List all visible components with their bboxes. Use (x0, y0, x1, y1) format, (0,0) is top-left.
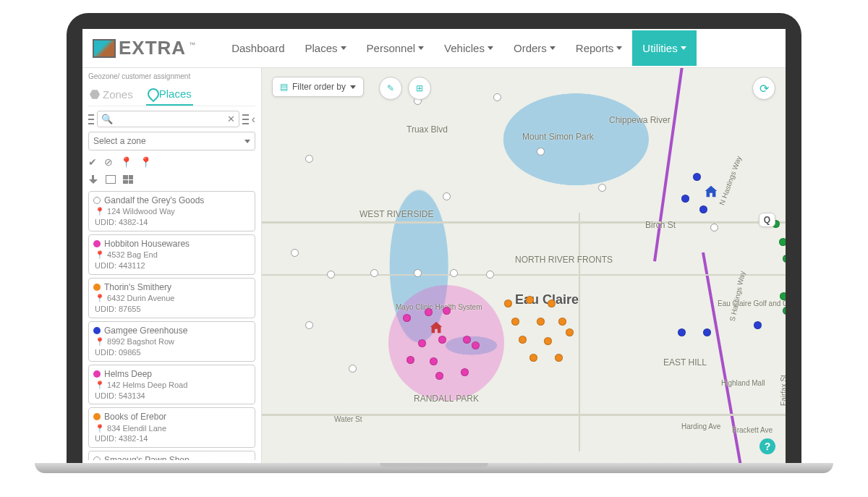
nav-label: Vehicles (444, 42, 485, 54)
map-marker[interactable] (511, 318, 519, 326)
map-marker[interactable] (463, 336, 471, 344)
search-input[interactable] (116, 114, 224, 124)
map-marker[interactable] (693, 173, 701, 181)
map[interactable]: Chippewa RiverMount Simon ParkTruax Blvd… (262, 68, 786, 464)
nav-dashboard[interactable]: Dashboard (221, 30, 294, 66)
place-address: 6432 Durin Avenue (107, 294, 174, 302)
map-marker[interactable] (435, 372, 443, 380)
map-marker[interactable] (519, 336, 527, 344)
nav-orders[interactable]: Orders (503, 30, 566, 66)
nav-label: Dashboard (231, 42, 284, 54)
cancel-circle-icon[interactable]: ⊘ (104, 156, 113, 168)
map-marker[interactable] (450, 269, 458, 277)
map-marker[interactable] (699, 205, 707, 213)
map-text-label: NORTH RIVER FRONTS (515, 255, 613, 265)
tab-zones[interactable]: Zones (88, 85, 135, 106)
map-marker[interactable] (504, 300, 512, 307)
map-marker[interactable] (526, 296, 534, 304)
map-marker[interactable] (779, 238, 786, 246)
map-marker[interactable] (438, 336, 446, 344)
map-marker[interactable] (430, 357, 438, 365)
place-card[interactable]: Smaoug's Pawn Shop (88, 451, 255, 460)
map-marker[interactable] (443, 192, 451, 200)
map-marker[interactable] (305, 321, 313, 329)
action-icons-row-1: ✔ ⊘ 📍 📍 (88, 155, 255, 169)
geozone-circle[interactable] (388, 285, 504, 401)
action-icons-row-2 (88, 174, 255, 187)
q-marker[interactable]: Q (759, 213, 775, 227)
map-marker[interactable] (418, 339, 426, 347)
map-marker[interactable] (566, 328, 574, 336)
grid-view-icon[interactable] (123, 175, 133, 184)
place-card[interactable]: Hobbiton Housewares📍 4532 Bag EndUDID: 4… (88, 234, 255, 275)
place-address: 8992 Bagshot Row (107, 337, 174, 346)
laptop-frame: EXTRA ™ DashboardPlacesPersonnelVehicles… (67, 13, 801, 464)
map-marker[interactable] (783, 307, 786, 315)
place-card[interactable]: Gamgee Greenhouse📍 8992 Bagshot RowUDID:… (88, 321, 255, 362)
map-marker[interactable] (681, 195, 689, 203)
download-icon[interactable] (88, 175, 98, 185)
map-marker[interactable] (443, 307, 451, 315)
nav-personnel[interactable]: Personnel (357, 30, 435, 66)
collapse-sidebar-icon[interactable]: ‹ (252, 113, 255, 126)
map-marker[interactable] (780, 292, 786, 300)
nav-utilities[interactable]: Utilities (632, 30, 696, 66)
edit-button[interactable]: ✎ (379, 77, 402, 100)
map-marker[interactable] (537, 318, 545, 326)
map-marker[interactable] (403, 314, 411, 322)
map-marker[interactable] (555, 354, 563, 362)
place-address: 124 Wildwood Way (107, 207, 175, 216)
brand-logo[interactable]: EXTRA ™ (88, 37, 200, 59)
nav-reports[interactable]: Reports (566, 30, 633, 66)
map-marker[interactable] (710, 224, 718, 231)
help-button[interactable]: ? (760, 438, 775, 454)
list-view-icon[interactable] (242, 114, 248, 124)
pin-alt-icon[interactable]: 📍 (140, 156, 152, 168)
map-marker[interactable] (529, 354, 537, 362)
check-circle-icon[interactable]: ✔ (88, 156, 97, 168)
map-marker[interactable] (370, 269, 378, 277)
chevron-down-icon (550, 46, 556, 50)
map-marker[interactable] (754, 321, 762, 329)
place-card[interactable]: Books of Erebor📍 834 Elendil LaneUDID: 4… (88, 407, 255, 448)
map-marker[interactable] (349, 365, 357, 373)
map-marker[interactable] (414, 269, 422, 277)
card-view-icon[interactable] (106, 175, 116, 184)
map-marker[interactable] (486, 271, 494, 279)
refresh-button[interactable]: ⟳ (752, 77, 775, 100)
menu-icon[interactable] (88, 114, 94, 124)
place-address: 142 Helms Deep Road (107, 381, 187, 389)
zone-select[interactable]: Select a zone (88, 132, 255, 150)
map-marker[interactable] (537, 148, 545, 156)
place-card[interactable]: Gandalf the Grey's Goods📍 124 Wildwood W… (88, 191, 255, 231)
map-marker[interactable] (783, 255, 786, 263)
map-marker[interactable] (407, 356, 414, 364)
map-marker[interactable] (425, 308, 433, 316)
map-marker[interactable] (305, 155, 313, 163)
nav-vehicles[interactable]: Vehicles (434, 30, 503, 66)
map-marker[interactable] (493, 93, 501, 101)
chevron-down-icon (418, 46, 424, 50)
place-card[interactable]: Thorin's Smithery📍 6432 Durin AvenueUDID… (88, 278, 255, 318)
sidebar-tabs: Zones Places (88, 85, 255, 106)
grid-button[interactable]: ⊞ (408, 77, 431, 100)
map-marker[interactable] (461, 368, 469, 376)
place-name: Thorin's Smithery (104, 281, 171, 293)
chevron-down-icon (681, 46, 686, 50)
clear-search-icon[interactable]: ✕ (227, 114, 235, 124)
filter-order-button[interactable]: ▤ Filter order by (272, 77, 364, 97)
map-marker[interactable] (548, 300, 556, 307)
map-marker[interactable] (327, 271, 335, 279)
map-marker[interactable] (544, 337, 552, 345)
pin-action-icon[interactable]: 📍 (120, 156, 132, 168)
place-udid: UDID: 09865 (93, 347, 250, 358)
map-marker[interactable] (598, 184, 606, 192)
map-marker[interactable] (472, 341, 480, 349)
map-marker[interactable] (703, 328, 711, 336)
map-marker[interactable] (678, 328, 686, 336)
tab-places[interactable]: Places (146, 85, 193, 106)
map-marker[interactable] (291, 249, 299, 257)
nav-places[interactable]: Places (295, 30, 357, 66)
place-card[interactable]: Helms Deep📍 142 Helms Deep RoadUDID: 543… (88, 365, 255, 405)
map-marker[interactable] (558, 318, 566, 326)
